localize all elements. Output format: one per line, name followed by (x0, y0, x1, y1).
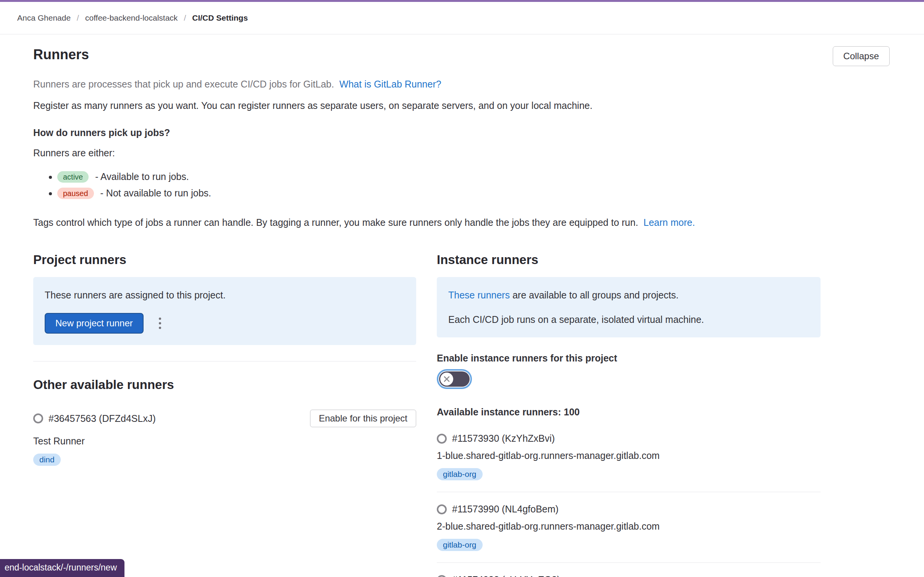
other-available-runners-title: Other available runners (33, 377, 416, 393)
active-badge: active (57, 171, 89, 183)
tags-explanation: Tags control which type of jobs a runner… (33, 216, 890, 229)
project-runners-title: Project runners (33, 252, 416, 268)
breadcrumb-separator: / (184, 13, 186, 23)
runner-tag: gitlab-org (437, 468, 483, 480)
instance-runner-host: 1-blue.shared-gitlab-org.runners-manager… (437, 450, 821, 461)
runner-status-circle-icon (437, 434, 447, 444)
how-runners-heading: How do runners pick up jobs? (33, 127, 890, 138)
list-item: paused - Not available to run jobs. (57, 186, 890, 201)
runners-are-either-text: Runners are either: (33, 147, 890, 159)
collapse-button[interactable]: Collapse (833, 46, 890, 66)
instance-runners-list: #11573930 (KzYhZxBvi) 1-blue.shared-gitl… (437, 433, 821, 577)
runners-columns: Project runners These runners are assign… (33, 252, 890, 577)
instance-runner-id-link[interactable]: #11573930 (KzYhZxBvi) (452, 433, 555, 444)
runner-states-list: active - Available to run jobs. paused -… (33, 169, 890, 201)
paused-badge-description: - Not available to run jobs. (100, 188, 211, 198)
available-instance-runners-label: Available instance runners: 100 (437, 407, 821, 418)
instance-runner-title-wrap: #11573990 (NL4gfoBem) (437, 504, 821, 515)
tags-explanation-text: Tags control which type of jobs a runner… (33, 217, 638, 228)
list-item: active - Available to run jobs. (57, 169, 890, 184)
instance-runners-info-text: These runners are available to all group… (448, 288, 809, 301)
learn-more-link[interactable]: Learn more. (643, 217, 695, 228)
runner-tag: dind (33, 454, 61, 466)
instance-runner-row: #11573990 (NL4gfoBem) 2-blue.shared-gitl… (437, 492, 821, 563)
breadcrumb: Anca Ghenade / coffee-backend-localstack… (17, 13, 248, 23)
what-is-gitlab-runner-link[interactable]: What is GitLab Runner? (339, 79, 441, 89)
other-runner-row: #36457563 (DFZd4SLxJ) Enable for this pr… (33, 410, 416, 427)
vertical-ellipsis-icon[interactable] (156, 314, 164, 332)
project-runners-info-text: These runners are assigned to this proje… (45, 288, 405, 301)
runners-description: Runners are processes that pick up and e… (33, 78, 890, 91)
instance-runners-info-text-rest: are available to all groups and projects… (512, 290, 678, 300)
section-header: Runners Collapse (33, 46, 890, 66)
breadcrumb-link-project[interactable]: coffee-backend-localstack (85, 13, 178, 23)
project-runners-info-box: These runners are assigned to this proje… (33, 277, 416, 345)
instance-runner-row: #11573930 (KzYhZxBvi) 1-blue.shared-gitl… (437, 433, 821, 492)
other-runner-description: Test Runner (33, 436, 416, 447)
paused-badge: paused (57, 188, 94, 199)
enable-for-this-project-button[interactable]: Enable for this project (310, 410, 416, 427)
section-divider (33, 361, 416, 361)
runners-settings-section: Runners Collapse Runners are processes t… (0, 34, 924, 577)
instance-runner-title-wrap: #11573930 (KzYhZxBvi) (437, 433, 821, 444)
active-badge-description: - Available to run jobs. (95, 171, 189, 182)
breadcrumb-link-user[interactable]: Anca Ghenade (17, 13, 71, 23)
instance-runner-id-link[interactable]: #11573990 (NL4gfoBem) (452, 504, 559, 515)
toggle-knob (440, 373, 453, 386)
runner-status-circle-icon (33, 413, 43, 423)
instance-runner-row: #11574038 (sUrYYgEG8) 3-blue.shared-gitl… (437, 563, 821, 577)
instance-runners-info-box: These runners are available to all group… (437, 277, 821, 337)
instance-runner-id-link[interactable]: #11574038 (sUrYYgEG8) (452, 574, 560, 577)
project-runners-column: Project runners These runners are assign… (33, 252, 416, 577)
other-runner-title-wrap: #36457563 (DFZd4SLxJ) (33, 413, 156, 424)
register-text: Register as many runners as you want. Yo… (33, 99, 890, 112)
instance-runner-host: 2-blue.shared-gitlab-org.runners-manager… (437, 521, 821, 532)
instance-runners-info-text2: Each CI/CD job runs on a separate, isola… (448, 313, 809, 326)
runner-status-circle-icon (437, 504, 447, 514)
breadcrumb-bar: Anca Ghenade / coffee-backend-localstack… (0, 2, 924, 34)
instance-runners-toggle[interactable] (439, 371, 470, 387)
runners-description-text: Runners are processes that pick up and e… (33, 79, 334, 89)
runner-status-circle-icon (437, 575, 447, 577)
x-icon (443, 375, 451, 383)
these-runners-link[interactable]: These runners (448, 290, 510, 300)
instance-runners-column: Instance runners These runners are avail… (437, 252, 821, 577)
project-runners-actions: New project runner (45, 313, 405, 334)
other-runner-id-link[interactable]: #36457563 (DFZd4SLxJ) (48, 413, 156, 424)
breadcrumb-separator: / (77, 13, 79, 23)
browser-status-url: end-localstack/-/runners/new (0, 559, 124, 577)
page-title: Runners (33, 46, 89, 63)
enable-instance-runners-label: Enable instance runners for this project (437, 353, 821, 364)
instance-runners-title: Instance runners (437, 252, 821, 268)
instance-runner-title-wrap: #11574038 (sUrYYgEG8) (437, 574, 821, 577)
breadcrumb-current-page: CI/CD Settings (192, 13, 248, 23)
new-project-runner-button[interactable]: New project runner (45, 313, 144, 334)
runner-tag: gitlab-org (437, 539, 483, 551)
